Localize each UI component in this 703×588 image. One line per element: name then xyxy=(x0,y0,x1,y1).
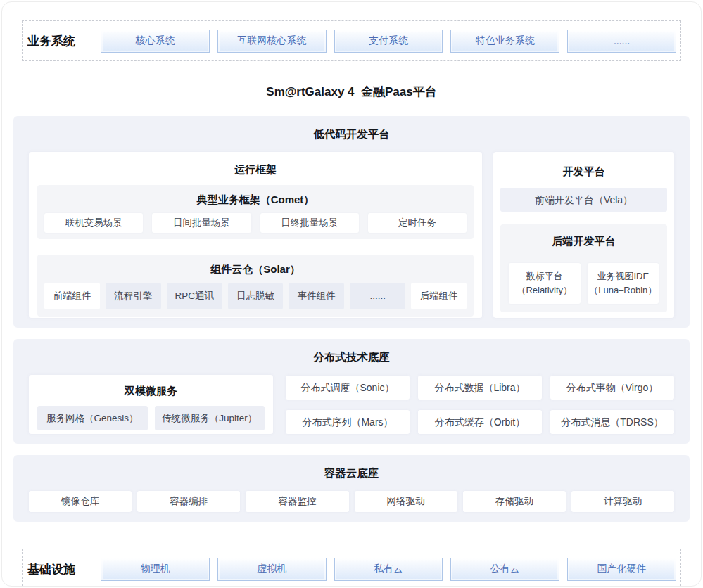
dual-mode-microservice-card: 双模微服务 服务网格（Genesis） 传统微服务（Jupiter） xyxy=(29,375,273,434)
dev-platform-card: 开发平台 前端开发平台（Vela） 后端开发平台 数标平台 （Relativit… xyxy=(493,152,674,318)
comet-framework-title: 典型业务框架（Comet） xyxy=(44,193,467,207)
backend-item-relativity: 数标平台 （Relativity） xyxy=(509,263,581,304)
container-item-orchestration: 容器编排 xyxy=(137,491,240,512)
container-item-compute-driver: 计算驱动 xyxy=(571,491,674,512)
infra-box-private-cloud: 私有云 xyxy=(334,558,443,581)
business-system-box-internet-core: 互联网核心系统 xyxy=(217,30,327,53)
backend-item-relativity-name: 数标平台 xyxy=(509,269,581,283)
runtime-framework-title: 运行框架 xyxy=(37,163,474,177)
container-item-image-registry: 镜像仓库 xyxy=(29,491,132,512)
solar-component-box: 组件云仓（Solar） 前端组件 流程引擎 RPC通讯 日志脱敏 事件组件 ..… xyxy=(37,255,474,317)
dev-platform-title: 开发平台 xyxy=(500,165,667,179)
backend-item-luna-robin-code: （Luna–Robin） xyxy=(588,283,659,298)
solar-item-rpc: RPC通讯 xyxy=(167,283,222,309)
runtime-framework-card: 运行框架 典型业务框架（Comet） 联机交易场景 日间批量场景 日终批量场景 … xyxy=(29,152,482,318)
frontend-dev-platform-box: 前端开发平台（Vela） xyxy=(500,188,667,212)
dual-mode-title: 双模微服务 xyxy=(37,385,265,398)
container-base-panel: 容器云底座 镜像仓库 容器编排 容器监控 网络驱动 存储驱动 计算驱动 xyxy=(13,455,690,522)
business-system-box-more: ...... xyxy=(567,30,676,53)
comet-item-daytime-batch: 日间批量场景 xyxy=(152,213,251,233)
backend-dev-platform-title: 后端开发平台 xyxy=(509,235,659,248)
infrastructure-items: 物理机 虚拟机 私有云 公有云 国产化硬件 xyxy=(101,558,676,581)
business-system-box-payment: 支付系统 xyxy=(334,30,443,53)
solar-item-process-engine: 流程引擎 xyxy=(106,283,161,309)
container-item-storage-driver: 存储驱动 xyxy=(463,491,566,512)
distributed-base-title: 分布式技术底座 xyxy=(29,350,674,365)
infra-box-domestic-hardware: 国产化硬件 xyxy=(567,558,676,581)
backend-dev-items: 数标平台 （Relativity） 业务视图IDE （Luna–Robin） xyxy=(509,263,659,304)
backend-item-luna-robin: 业务视图IDE （Luna–Robin） xyxy=(588,263,659,304)
comet-items: 联机交易场景 日间批量场景 日终批量场景 定时任务 xyxy=(44,213,467,233)
distributed-item-virgo: 分布式事物（Virgo） xyxy=(550,376,674,400)
distributed-base-body: 双模微服务 服务网格（Genesis） 传统微服务（Jupiter） 分布式调度… xyxy=(29,375,674,434)
low-code-platform-panel: 低代码开发平台 运行框架 典型业务框架（Comet） 联机交易场景 日间批量场景… xyxy=(13,116,690,328)
page-title: Sm@rtGalaxy 4 金融Paas平台 xyxy=(2,84,701,100)
solar-item-backend-components: 后端组件 xyxy=(411,283,467,309)
infrastructure-section: 基础设施 物理机 虚拟机 私有云 公有云 国产化硬件 xyxy=(22,549,681,587)
infra-box-public-cloud: 公有云 xyxy=(450,558,559,581)
container-item-monitoring: 容器监控 xyxy=(246,491,348,512)
distributed-item-mars: 分布式序列（Mars） xyxy=(286,410,410,434)
backend-item-luna-robin-name: 业务视图IDE xyxy=(588,269,659,283)
distributed-item-tdrss: 分布式消息（TDRSS） xyxy=(550,410,674,434)
low-code-platform-body: 运行框架 典型业务框架（Comet） 联机交易场景 日间批量场景 日终批量场景 … xyxy=(29,152,674,318)
backend-item-relativity-code: （Relativity） xyxy=(509,283,581,298)
comet-framework-box: 典型业务框架（Comet） 联机交易场景 日间批量场景 日终批量场景 定时任务 xyxy=(37,185,474,239)
infra-box-virtual-machine: 虚拟机 xyxy=(217,558,327,581)
business-system-box-special: 特色业务系统 xyxy=(450,30,559,53)
low-code-platform-title: 低代码开发平台 xyxy=(29,127,674,142)
dual-mode-item-genesis: 服务网格（Genesis） xyxy=(37,406,148,430)
solar-item-event-components: 事件组件 xyxy=(289,283,344,309)
comet-item-online-trade: 联机交易场景 xyxy=(44,213,143,233)
solar-item-more: ...... xyxy=(350,283,405,309)
distributed-base-panel: 分布式技术底座 双模微服务 服务网格（Genesis） 传统微服务（Jupite… xyxy=(13,339,690,444)
business-systems-section: 业务系统 核心系统 互联网核心系统 支付系统 特色业务系统 ...... xyxy=(22,20,681,61)
distributed-services-grid: 分布式调度（Sonic） 分布式数据（Libra） 分布式事物（Virgo） 分… xyxy=(286,375,674,434)
distributed-item-sonic: 分布式调度（Sonic） xyxy=(286,376,410,400)
infrastructure-label: 基础设施 xyxy=(27,561,101,577)
dual-mode-item-jupiter: 传统微服务（Jupiter） xyxy=(155,406,265,430)
container-base-title: 容器云底座 xyxy=(29,466,674,481)
dual-mode-items: 服务网格（Genesis） 传统微服务（Jupiter） xyxy=(37,406,265,430)
infra-box-physical-machine: 物理机 xyxy=(101,558,210,581)
distributed-item-orbit: 分布式缓存（Orbit） xyxy=(418,410,542,434)
solar-item-frontend-components: 前端组件 xyxy=(44,283,100,309)
comet-item-endofday-batch: 日终批量场景 xyxy=(260,213,359,233)
solar-items: 前端组件 流程引擎 RPC通讯 日志脱敏 事件组件 ...... 后端组件 xyxy=(44,283,467,309)
solar-component-title: 组件云仓（Solar） xyxy=(44,263,467,276)
business-system-box-core: 核心系统 xyxy=(101,30,210,53)
solar-item-log-masking: 日志脱敏 xyxy=(228,283,284,309)
backend-dev-platform-box: 后端开发平台 数标平台 （Relativity） 业务视图IDE （Luna–R… xyxy=(500,224,667,312)
architecture-diagram: 业务系统 核心系统 互联网核心系统 支付系统 特色业务系统 ...... Sm@… xyxy=(1,1,702,587)
business-systems-items: 核心系统 互联网核心系统 支付系统 特色业务系统 ...... xyxy=(101,30,676,53)
business-systems-label: 业务系统 xyxy=(27,33,101,49)
distributed-item-libra: 分布式数据（Libra） xyxy=(418,376,542,400)
container-base-items: 镜像仓库 容器编排 容器监控 网络驱动 存储驱动 计算驱动 xyxy=(29,491,674,512)
comet-item-scheduled-task: 定时任务 xyxy=(368,213,467,233)
container-item-network-driver: 网络驱动 xyxy=(355,491,457,512)
